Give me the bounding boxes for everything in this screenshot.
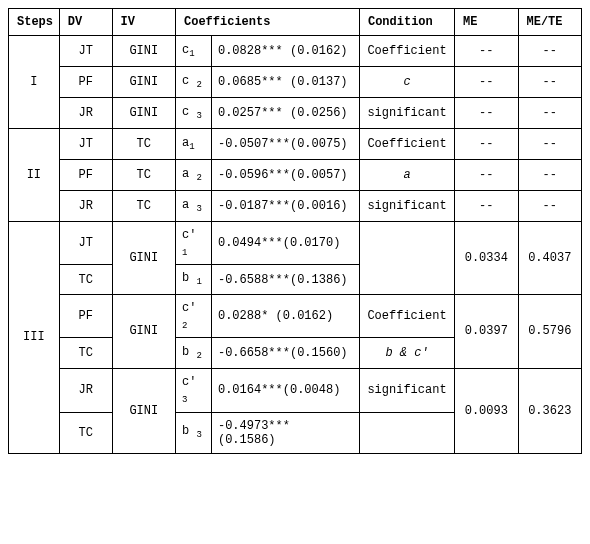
dv-cell: TC	[59, 338, 112, 369]
mediation-table: Steps DV IV Coefficients Condition ME ME…	[8, 8, 582, 454]
coef-sym: a 3	[176, 191, 212, 222]
coef-sym: b 2	[176, 338, 212, 369]
me-cell: --	[455, 67, 518, 98]
table-row: JR TC a 3 -0.0187***(0.0016) significant…	[9, 191, 582, 222]
coef-val: -0.6658***(0.1560)	[211, 338, 359, 369]
iv-cell: GINI	[112, 36, 175, 67]
coef-sym: c 2	[176, 67, 212, 98]
table-row: PF GINI c' 2 0.0288* (0.0162) Coefficien…	[9, 294, 582, 337]
coef-val: -0.0596***(0.0057)	[211, 160, 359, 191]
table-row: PF GINI c 2 0.0685*** (0.0137) c -- --	[9, 67, 582, 98]
dv-cell: JT	[59, 36, 112, 67]
iv-cell: TC	[112, 129, 175, 160]
coef-sym: c' 1	[176, 222, 212, 265]
dv-cell: PF	[59, 294, 112, 337]
dv-cell: JR	[59, 191, 112, 222]
cond-cell: significant	[359, 369, 454, 412]
header-row: Steps DV IV Coefficients Condition ME ME…	[9, 9, 582, 36]
dv-cell: TC	[59, 412, 112, 453]
me-cell: 0.0334	[455, 222, 518, 295]
iv-cell: GINI	[112, 369, 175, 453]
me-cell: --	[455, 129, 518, 160]
cond-cell: Coefficient	[359, 294, 454, 337]
coef-val: -0.0507***(0.0075)	[211, 129, 359, 160]
coef-val: -0.0187***(0.0016)	[211, 191, 359, 222]
dv-cell: JT	[59, 129, 112, 160]
mete-cell: --	[518, 36, 581, 67]
coef-sym: b 3	[176, 412, 212, 453]
cond-cell: significant	[359, 191, 454, 222]
mete-cell: --	[518, 98, 581, 129]
mete-cell: --	[518, 67, 581, 98]
iv-cell: GINI	[112, 222, 175, 295]
step-III: III	[9, 222, 60, 454]
cond-cell: b & c'	[359, 338, 454, 369]
step-II: II	[9, 129, 60, 222]
cond-cell: Coefficient	[359, 36, 454, 67]
me-cell: --	[455, 98, 518, 129]
dv-cell: JR	[59, 369, 112, 412]
table-row: I JT GINI c1 0.0828*** (0.0162) Coeffici…	[9, 36, 582, 67]
iv-cell: TC	[112, 160, 175, 191]
header-iv: IV	[112, 9, 175, 36]
cond-cell: significant	[359, 98, 454, 129]
me-cell: --	[455, 36, 518, 67]
dv-cell: PF	[59, 67, 112, 98]
mete-cell: 0.3623	[518, 369, 581, 453]
step-I: I	[9, 36, 60, 129]
cond-cell	[359, 412, 454, 453]
coef-sym: a1	[176, 129, 212, 160]
table-row: II JT TC a1 -0.0507***(0.0075) Coefficie…	[9, 129, 582, 160]
mete-cell: --	[518, 129, 581, 160]
coef-val: 0.0164***(0.0048)	[211, 369, 359, 412]
iv-cell: GINI	[112, 98, 175, 129]
header-coef: Coefficients	[176, 9, 360, 36]
header-cond: Condition	[359, 9, 454, 36]
coef-val: 0.0828*** (0.0162)	[211, 36, 359, 67]
coef-sym: a 2	[176, 160, 212, 191]
mete-cell: 0.4037	[518, 222, 581, 295]
table-row: JR GINI c' 3 0.0164***(0.0048) significa…	[9, 369, 582, 412]
me-cell: --	[455, 160, 518, 191]
coef-val: 0.0257*** (0.0256)	[211, 98, 359, 129]
coef-val: 0.0685*** (0.0137)	[211, 67, 359, 98]
coef-sym: c 3	[176, 98, 212, 129]
cond-cell	[359, 222, 454, 295]
me-cell: 0.0397	[455, 294, 518, 368]
coef-sym: b 1	[176, 265, 212, 294]
table-row: JR GINI c 3 0.0257*** (0.0256) significa…	[9, 98, 582, 129]
mete-cell: 0.5796	[518, 294, 581, 368]
header-dv: DV	[59, 9, 112, 36]
cond-cell: Coefficient	[359, 129, 454, 160]
table-row: PF TC a 2 -0.0596***(0.0057) a -- --	[9, 160, 582, 191]
coef-val: -0.4973*** (0.1586)	[211, 412, 359, 453]
cond-cell: a	[359, 160, 454, 191]
coef-sym: c' 2	[176, 294, 212, 337]
header-steps: Steps	[9, 9, 60, 36]
header-me: ME	[455, 9, 518, 36]
mete-cell: --	[518, 191, 581, 222]
dv-cell: JR	[59, 98, 112, 129]
table-row: III JT GINI c' 1 0.0494***(0.0170) 0.033…	[9, 222, 582, 265]
coef-sym: c1	[176, 36, 212, 67]
mete-cell: --	[518, 160, 581, 191]
dv-cell: JT	[59, 222, 112, 265]
dv-cell: PF	[59, 160, 112, 191]
header-mete: ME/TE	[518, 9, 581, 36]
iv-cell: TC	[112, 191, 175, 222]
coef-val: -0.6588***(0.1386)	[211, 265, 359, 294]
iv-cell: GINI	[112, 67, 175, 98]
me-cell: --	[455, 191, 518, 222]
iv-cell: GINI	[112, 294, 175, 368]
dv-cell: TC	[59, 265, 112, 294]
coef-sym: c' 3	[176, 369, 212, 412]
cond-cell: c	[359, 67, 454, 98]
coef-val: 0.0288* (0.0162)	[211, 294, 359, 337]
coef-val: 0.0494***(0.0170)	[211, 222, 359, 265]
me-cell: 0.0093	[455, 369, 518, 453]
